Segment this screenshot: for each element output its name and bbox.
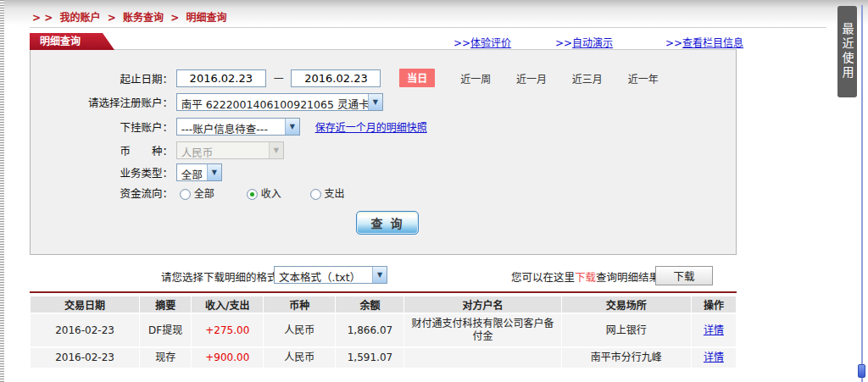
sub-account-label: 下挂账户： (31, 119, 173, 135)
link-arrows: >> (453, 37, 470, 49)
quick-range-week[interactable]: 近一周 (460, 71, 491, 86)
quick-range-year[interactable]: 近一年 (628, 71, 659, 86)
biz-type-label: 业务类型： (31, 164, 173, 180)
detail-link[interactable]: 详情 (704, 324, 724, 336)
radio-icon (310, 189, 321, 200)
date-to-input[interactable] (291, 69, 381, 87)
breadcrumb: > > 我的账户 > 账务查询 > 明细查询 (32, 9, 230, 24)
table-row: 2016-02-23 现存 +900.00 人民币 1,591.07 南平市分行… (31, 348, 736, 368)
cell-date: 2016-02-23 (31, 348, 139, 368)
sub-account-row: 下挂账户： ---账户信息待查--- ▼ 保存近一个月的明细快照 (31, 118, 736, 136)
radio-checked-icon (247, 189, 258, 200)
currency-select-disabled: 人民币 ▼ (176, 141, 284, 159)
cell-summary: 现存 (140, 348, 191, 368)
query-form: 起止日期： — 当日 近一周 近一月 近三月 近一年 请选择注册账户： 南平 6… (30, 49, 737, 255)
col-header-amount: 收入/支出 (192, 296, 263, 313)
biz-type-row: 业务类型： 全部 ▼ (31, 163, 736, 181)
flow-direction-label: 资金流向： (31, 185, 173, 201)
sub-account-select[interactable]: ---账户信息待查--- ▼ (176, 118, 300, 136)
chevron-down-icon: ▼ (372, 267, 387, 283)
left-edge-divider (0, 0, 4, 382)
scroll-corner-button[interactable] (858, 364, 865, 378)
col-header-counterparty: 对方户名 (404, 296, 560, 313)
date-range-label: 起止日期： (31, 70, 173, 86)
download-row: 请您选择下载明细的格式 文本格式（.txt） ▼ 您可以在这里下载查询明细结果 … (30, 264, 737, 288)
transactions-table: 交易日期 摘要 收入/支出 币种 余额 对方户名 交易场所 操作 2016-02… (30, 295, 737, 369)
cell-place: 网上银行 (562, 314, 691, 346)
table-top-divider (30, 291, 737, 293)
breadcrumb-item-account-query[interactable]: 账务查询 (123, 12, 164, 24)
chevron-down-icon: ▼ (207, 164, 221, 180)
quick-range-quarter[interactable]: 近三月 (572, 71, 603, 86)
cell-counterparty: 财付通支付科技有限公司客户备付金 (404, 314, 560, 346)
cell-summary: DF提现 (140, 314, 191, 346)
biz-type-select[interactable]: 全部 ▼ (176, 163, 222, 181)
currency-label: 币 种： (31, 142, 173, 158)
detail-link[interactable]: 详情 (704, 352, 724, 363)
chevron-down-icon: ▼ (285, 119, 299, 135)
cell-amount: +275.00 (192, 314, 263, 346)
link-auto-demo[interactable]: >>自动演示 (555, 35, 613, 49)
currency-row: 币 种： 人民币 ▼ (31, 141, 736, 159)
cell-currency: 人民币 (264, 314, 335, 346)
account-label: 请选择注册账户： (31, 94, 173, 110)
breadcrumb-divider (30, 27, 826, 28)
col-header-currency: 币种 (264, 296, 335, 313)
link-view-column-info[interactable]: >>查看栏目信息 (665, 35, 743, 49)
breadcrumb-item-my-account[interactable]: 我的账户 (59, 12, 100, 24)
cell-date: 2016-02-23 (31, 314, 139, 346)
chevron-down-icon: ▼ (269, 142, 283, 158)
radio-icon (180, 189, 191, 200)
account-row: 请选择注册账户： 南平 6222001406100921065 灵通卡 ▼ (31, 93, 736, 111)
flow-direction-row: 资金流向： 全部 收入 支出 (31, 185, 736, 201)
radio-flow-all[interactable]: 全部 (180, 185, 214, 200)
recent-use-side-tab[interactable]: 最近使用 (837, 6, 857, 97)
registered-account-select[interactable]: 南平 6222001406100921065 灵通卡 ▼ (176, 93, 383, 111)
cell-place: 南平市分行九峰 (562, 348, 691, 368)
col-header-date: 交易日期 (31, 296, 139, 313)
panel-tab-detail-query: 明细查询 (30, 33, 114, 50)
date-range-row: 起止日期： — 当日 近一周 近一月 近三月 近一年 (31, 69, 736, 87)
download-hint-emphasis: 下载 (575, 271, 596, 284)
table-header-row: 交易日期 摘要 收入/支出 币种 余额 对方户名 交易场所 操作 (31, 296, 736, 313)
radio-flow-income[interactable]: 收入 (247, 185, 281, 200)
col-header-place: 交易场所 (562, 296, 691, 313)
breadcrumb-prefix: > > (32, 12, 53, 24)
link-experience-rating[interactable]: >>体验评价 (453, 35, 511, 49)
save-monthly-snapshot-link[interactable]: 保存近一个月的明细快照 (315, 122, 427, 134)
date-from-input[interactable] (176, 69, 266, 87)
cell-balance: 1,591.07 (336, 348, 403, 368)
cell-amount: +900.00 (192, 348, 263, 368)
link-arrows: >> (665, 37, 682, 49)
download-button[interactable]: 下载 (655, 266, 713, 285)
breadcrumb-separator: > (170, 12, 179, 24)
breadcrumb-item-detail-query[interactable]: 明细查询 (186, 12, 226, 24)
right-edge-line (861, 5, 863, 382)
query-button[interactable]: 查 询 (356, 211, 419, 235)
chevron-down-icon: ▼ (368, 94, 382, 110)
radio-flow-expense[interactable]: 支出 (310, 185, 345, 200)
cell-counterparty (404, 348, 560, 368)
cell-currency: 人民币 (264, 348, 335, 368)
download-format-select[interactable]: 文本格式（.txt） ▼ (274, 266, 387, 284)
download-hint: 您可以在这里下载查询明细结果 (511, 269, 659, 285)
col-header-balance: 余额 (336, 296, 403, 313)
col-header-summary: 摘要 (140, 296, 191, 313)
link-arrows: >> (555, 37, 572, 49)
breadcrumb-separator: > (108, 12, 116, 24)
cell-balance: 1,866.07 (336, 314, 403, 346)
col-header-action: 操作 (692, 296, 736, 313)
quick-range-month[interactable]: 近一月 (516, 71, 547, 86)
date-range-dash: — (274, 72, 284, 84)
quick-range-today-button[interactable]: 当日 (399, 69, 435, 87)
page: > > 我的账户 > 账务查询 > 明细查询 明细查询 >>体验评价 >>自动演… (0, 0, 868, 382)
table-row: 2016-02-23 DF提现 +275.00 人民币 1,866.07 财付通… (31, 314, 736, 346)
download-format-label: 请您选择下载明细的格式 (161, 269, 278, 285)
